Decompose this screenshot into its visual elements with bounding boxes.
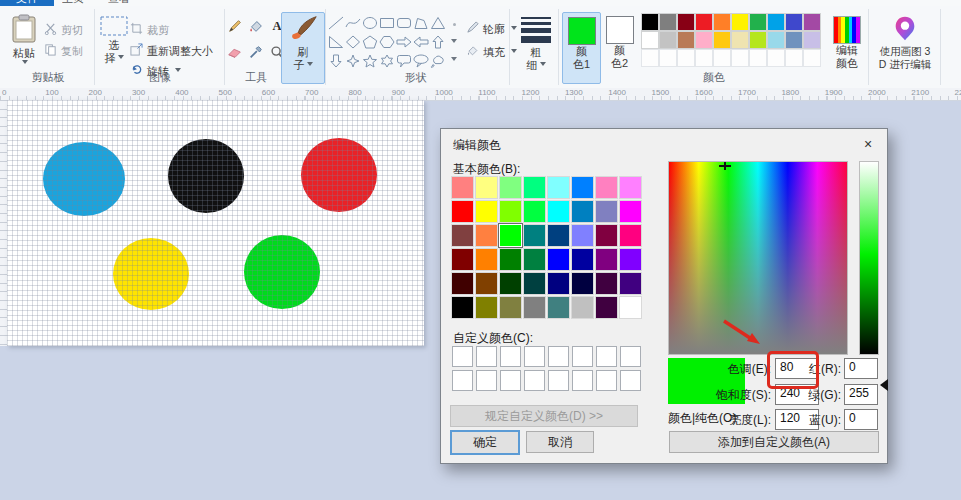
five-point-star-shape[interactable] bbox=[362, 54, 378, 68]
custom-color-slot[interactable] bbox=[572, 346, 593, 367]
resize-button[interactable]: 重新调整大小 bbox=[130, 42, 213, 60]
custom-color-slot[interactable] bbox=[476, 370, 497, 391]
basic-color-swatch[interactable] bbox=[524, 177, 545, 198]
basic-color-swatch[interactable] bbox=[572, 225, 593, 246]
palette-swatch[interactable] bbox=[642, 14, 658, 30]
basic-color-swatch[interactable] bbox=[500, 201, 521, 222]
basic-color-swatch[interactable] bbox=[572, 201, 593, 222]
palette-swatch[interactable] bbox=[714, 14, 730, 30]
diamond-shape[interactable] bbox=[345, 35, 361, 49]
triangle-shape[interactable] bbox=[430, 16, 446, 30]
custom-color-slot[interactable] bbox=[452, 346, 473, 367]
palette-swatch[interactable] bbox=[732, 32, 748, 48]
custom-color-slot[interactable] bbox=[596, 346, 617, 367]
brush-button[interactable]: 刷 子 bbox=[281, 12, 325, 84]
up-arrow-shape[interactable] bbox=[430, 35, 446, 49]
palette-empty-slot[interactable] bbox=[786, 50, 802, 66]
basic-color-swatch[interactable] bbox=[452, 297, 473, 318]
hue-saturation-field[interactable] bbox=[668, 161, 848, 355]
add-to-custom-colors-button[interactable]: 添加到自定义颜色(A) bbox=[669, 431, 879, 453]
palette-empty-slot[interactable] bbox=[804, 50, 820, 66]
palette-swatch[interactable] bbox=[678, 14, 694, 30]
custom-color-slot[interactable] bbox=[596, 370, 617, 391]
basic-color-swatch[interactable] bbox=[524, 225, 545, 246]
palette-swatch[interactable] bbox=[696, 32, 712, 48]
basic-color-swatch[interactable] bbox=[452, 177, 473, 198]
custom-color-slot[interactable] bbox=[452, 370, 473, 391]
basic-color-swatch[interactable] bbox=[620, 273, 641, 294]
palette-swatch[interactable] bbox=[660, 32, 676, 48]
basic-color-swatch[interactable] bbox=[500, 297, 521, 318]
basic-color-swatch[interactable] bbox=[452, 249, 473, 270]
left-arrow-shape[interactable] bbox=[413, 35, 429, 49]
palette-empty-slot[interactable] bbox=[642, 50, 658, 66]
curve-shape[interactable] bbox=[345, 16, 361, 30]
palette-swatch[interactable] bbox=[714, 32, 730, 48]
basic-color-swatch[interactable] bbox=[548, 225, 569, 246]
palette-swatch[interactable] bbox=[804, 32, 820, 48]
shapes-scroll-down[interactable] bbox=[449, 36, 459, 48]
size-button[interactable]: 粗 细 bbox=[516, 14, 556, 72]
basic-color-swatch[interactable] bbox=[620, 225, 641, 246]
basic-color-swatch[interactable] bbox=[524, 201, 545, 222]
cloud-callout-shape[interactable] bbox=[430, 54, 446, 68]
basic-color-swatch[interactable] bbox=[548, 201, 569, 222]
copy-button[interactable]: 复制 bbox=[44, 42, 83, 60]
palette-swatch[interactable] bbox=[660, 14, 676, 30]
outline-button[interactable]: 轮廓 bbox=[466, 20, 517, 38]
palette-empty-slot[interactable] bbox=[714, 50, 730, 66]
pentagon-shape[interactable] bbox=[362, 35, 378, 49]
custom-color-slot[interactable] bbox=[620, 370, 641, 391]
six-point-star-shape[interactable] bbox=[379, 54, 395, 68]
custom-color-slot[interactable] bbox=[548, 346, 569, 367]
basic-color-swatch[interactable] bbox=[452, 201, 473, 222]
luminance-bar[interactable] bbox=[859, 161, 879, 355]
custom-color-slot[interactable] bbox=[476, 346, 497, 367]
basic-color-swatch[interactable] bbox=[500, 225, 521, 246]
basic-color-swatch[interactable] bbox=[548, 297, 569, 318]
palette-swatch[interactable] bbox=[786, 32, 802, 48]
basic-color-swatch[interactable] bbox=[596, 177, 617, 198]
basic-color-swatch[interactable] bbox=[548, 249, 569, 270]
luminance-slider-arrow[interactable] bbox=[880, 379, 888, 391]
custom-color-slot[interactable] bbox=[500, 370, 521, 391]
polygon-shape[interactable] bbox=[413, 16, 429, 30]
custom-color-slot[interactable] bbox=[524, 346, 545, 367]
basic-color-swatch[interactable] bbox=[500, 249, 521, 270]
basic-color-swatch[interactable] bbox=[524, 273, 545, 294]
custom-color-slot[interactable] bbox=[620, 346, 641, 367]
fill-tool[interactable] bbox=[248, 18, 264, 38]
basic-color-swatch[interactable] bbox=[452, 273, 473, 294]
blue-input[interactable]: 0 bbox=[844, 409, 878, 430]
basic-color-swatch[interactable] bbox=[596, 273, 617, 294]
custom-color-slot[interactable] bbox=[524, 370, 545, 391]
palette-swatch[interactable] bbox=[696, 14, 712, 30]
pencil-tool[interactable] bbox=[227, 18, 243, 38]
right-arrow-shape[interactable] bbox=[396, 35, 412, 49]
down-arrow-shape[interactable] bbox=[328, 54, 344, 68]
basic-color-swatch[interactable] bbox=[620, 297, 641, 318]
eraser-tool[interactable] bbox=[227, 44, 243, 64]
color-picker-tool[interactable] bbox=[248, 44, 264, 64]
basic-color-swatch[interactable] bbox=[476, 249, 497, 270]
basic-color-swatch[interactable] bbox=[596, 249, 617, 270]
custom-color-slot[interactable] bbox=[500, 346, 521, 367]
palette-empty-slot[interactable] bbox=[750, 50, 766, 66]
basic-color-swatch[interactable] bbox=[476, 273, 497, 294]
rectangle-shape[interactable] bbox=[379, 16, 395, 30]
basic-color-swatch[interactable] bbox=[476, 225, 497, 246]
basic-color-swatch[interactable] bbox=[572, 177, 593, 198]
palette-swatch[interactable] bbox=[642, 32, 658, 48]
red-input[interactable]: 0 bbox=[844, 358, 878, 379]
basic-color-swatch[interactable] bbox=[500, 177, 521, 198]
drawing-canvas[interactable] bbox=[7, 100, 424, 346]
basic-color-swatch[interactable] bbox=[620, 201, 641, 222]
basic-color-swatch[interactable] bbox=[476, 177, 497, 198]
basic-color-swatch[interactable] bbox=[548, 177, 569, 198]
cancel-button[interactable]: 取消 bbox=[526, 431, 594, 453]
ok-button[interactable]: 确定 bbox=[450, 430, 520, 455]
basic-color-swatch[interactable] bbox=[572, 249, 593, 270]
shapes-scroll-up[interactable] bbox=[449, 18, 459, 30]
palette-empty-slot[interactable] bbox=[768, 50, 784, 66]
custom-color-slot[interactable] bbox=[548, 370, 569, 391]
